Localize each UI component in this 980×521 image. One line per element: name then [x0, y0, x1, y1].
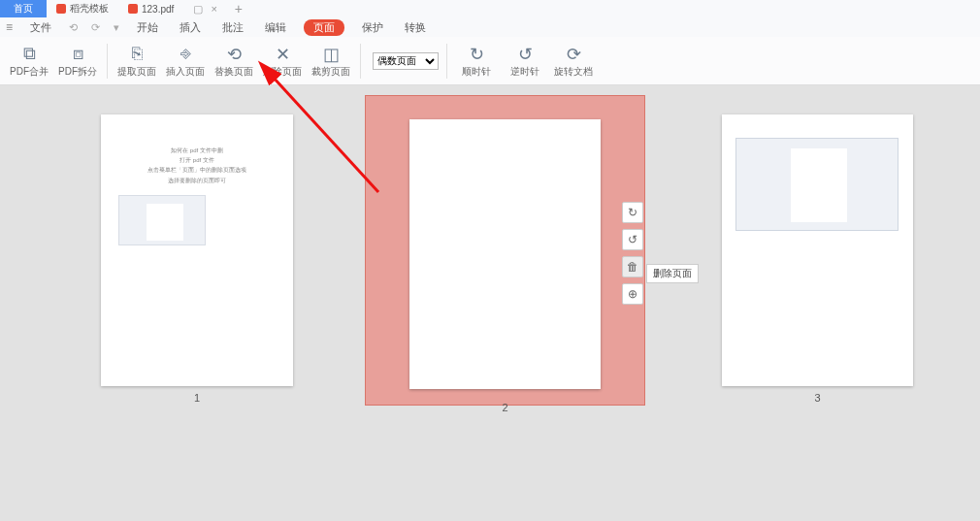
rotate-doc-icon: ⟳: [567, 44, 581, 65]
toolbar: ⧉PDF合并 ⧈PDF拆分 ⎘提取页面 ⎆插入页面 ⟲替换页面 ✕删除页面 ◫裁…: [0, 37, 980, 85]
tab-file-label: 123.pdf: [142, 4, 174, 15]
page1-line: 点击菜单栏「页面」中的删除页面选项: [118, 165, 276, 175]
rotate-doc-label: 旋转文档: [554, 65, 593, 79]
delete-tooltip: 删除页面: [646, 264, 699, 283]
page-3-number: 3: [722, 392, 913, 404]
trash-icon: 🗑: [627, 260, 638, 274]
menu-bar: ≡ 文件 ⟲ ⟳ ▾ 开始 插入 批注 编辑 页面 保护 转换: [0, 17, 980, 37]
delete-label: 删除页面: [263, 65, 302, 79]
tab-home[interactable]: 首页: [0, 0, 47, 17]
page-2-preview: [409, 119, 601, 389]
insert-label: 插入页面: [166, 65, 205, 79]
split-icon: ⧈: [73, 44, 83, 65]
pdf-merge-button[interactable]: ⧉PDF合并: [8, 40, 50, 82]
pdf-icon: [128, 4, 138, 14]
new-tab-button[interactable]: +: [235, 1, 243, 16]
page-1-preview: 如何在 pdf 文件中删 打开 pdf 文件 点击菜单栏「页面」中的删除页面选项…: [101, 114, 293, 386]
extract-page-button[interactable]: ⎘提取页面: [115, 40, 158, 82]
menu-edit[interactable]: 编辑: [261, 19, 290, 36]
rotate-ccw-label: 逆时针: [510, 65, 539, 79]
float-rotate-ccw-button[interactable]: ↺: [622, 229, 643, 250]
split-label: PDF拆分: [58, 65, 97, 79]
tab-template[interactable]: 稻壳模板: [47, 0, 118, 17]
page-1-content: 如何在 pdf 文件中删 打开 pdf 文件 点击菜单栏「页面」中的删除页面选项…: [101, 114, 293, 277]
merge-icon: ⧉: [23, 44, 36, 65]
page-2-number: 2: [365, 402, 645, 413]
page1-line: 选择要删除的页面即可: [118, 176, 276, 185]
page-floating-tools: ↻ ↺ 🗑 ⊕: [622, 202, 643, 305]
delete-page-button[interactable]: ✕删除页面: [261, 40, 304, 82]
menu-convert[interactable]: 转换: [401, 19, 430, 36]
menu-dropdown-icon[interactable]: ▾: [114, 21, 119, 34]
menu-hamburger-icon[interactable]: ≡: [6, 20, 13, 34]
rotate-cw-icon: ↻: [470, 44, 484, 65]
menu-file[interactable]: 文件: [26, 19, 55, 36]
rotate-doc-button[interactable]: ⟳旋转文档: [552, 40, 595, 82]
float-add-button[interactable]: ⊕: [622, 283, 643, 305]
tab-detach-icon[interactable]: ▢: [193, 3, 203, 16]
rotate-cw-label: 顺时针: [462, 65, 491, 79]
toolbar-separator: [446, 44, 447, 79]
extract-label: 提取页面: [117, 65, 156, 79]
page-canvas: 如何在 pdf 文件中删 打开 pdf 文件 点击菜单栏「页面」中的删除页面选项…: [0, 85, 980, 521]
toolbar-separator: [107, 44, 108, 79]
rotate-cw-button[interactable]: ↻顺时针: [455, 40, 498, 82]
insert-page-button[interactable]: ⎆插入页面: [164, 40, 207, 82]
menu-start[interactable]: 开始: [133, 19, 162, 36]
menu-page[interactable]: 页面: [304, 19, 344, 36]
float-delete-button[interactable]: 🗑: [622, 256, 643, 277]
page-filter-select[interactable]: 偶数页面: [373, 52, 439, 70]
rotate-cw-icon: ↻: [628, 206, 637, 219]
page-1-number: 1: [101, 392, 293, 404]
menu-fwd-icon[interactable]: ⟳: [91, 21, 100, 34]
page-3-content: [722, 114, 913, 254]
title-bar: 首页 稻壳模板 123.pdf ▢ × +: [0, 0, 980, 17]
rotate-ccw-icon: ↺: [628, 233, 637, 246]
pdf-split-button[interactable]: ⧈PDF拆分: [56, 40, 99, 82]
rotate-ccw-button[interactable]: ↺逆时针: [504, 40, 546, 82]
page1-embedded-image: [118, 195, 206, 245]
menu-protect[interactable]: 保护: [358, 19, 387, 36]
menu-annotate[interactable]: 批注: [218, 19, 247, 36]
replace-page-button[interactable]: ⟲替换页面: [212, 40, 255, 82]
plus-icon: +: [235, 1, 243, 16]
tab-close-icon[interactable]: ×: [211, 3, 216, 16]
merge-label: PDF合并: [10, 65, 49, 79]
template-icon: [56, 4, 66, 14]
page3-embedded-image: [735, 138, 898, 231]
crop-page-button[interactable]: ◫裁剪页面: [310, 40, 352, 82]
insert-icon: ⎆: [180, 44, 191, 65]
delete-icon: ✕: [276, 44, 290, 65]
tab-file[interactable]: 123.pdf: [118, 0, 183, 17]
add-icon: ⊕: [628, 287, 637, 301]
tab-window-controls: ▢ ×: [193, 3, 216, 16]
menu-insert[interactable]: 插入: [176, 19, 205, 36]
tab-home-label: 首页: [14, 2, 33, 16]
rotate-ccw-icon: ↺: [518, 44, 533, 65]
page-3-preview: [722, 114, 913, 386]
extract-icon: ⎘: [132, 44, 143, 65]
float-rotate-cw-button[interactable]: ↻: [622, 202, 643, 223]
replace-icon: ⟲: [227, 44, 242, 65]
crop-icon: ◫: [323, 44, 340, 65]
toolbar-separator: [360, 44, 361, 79]
crop-label: 裁剪页面: [311, 65, 350, 79]
replace-label: 替换页面: [214, 65, 253, 79]
page-thumb-3[interactable]: 3: [722, 114, 913, 404]
page1-line: 打开 pdf 文件: [118, 155, 276, 165]
page1-line: 如何在 pdf 文件中删: [118, 146, 276, 155]
menu-back-icon[interactable]: ⟲: [69, 21, 78, 34]
page-thumb-1[interactable]: 如何在 pdf 文件中删 打开 pdf 文件 点击菜单栏「页面」中的删除页面选项…: [101, 114, 293, 404]
tab-template-label: 稻壳模板: [70, 2, 109, 16]
